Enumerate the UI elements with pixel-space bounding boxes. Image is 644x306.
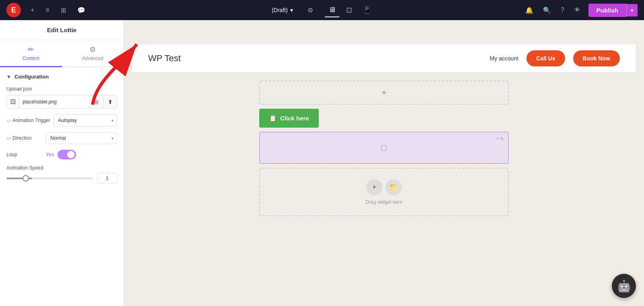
canvas-area: WP Test My account Call Us Book Now + 📋 … (124, 20, 644, 306)
upload-json-label: Upload json (6, 86, 117, 92)
my-account-link[interactable]: My account (489, 55, 518, 62)
page-title: WP Test (148, 53, 181, 64)
upload-filename: placeholder.png (19, 96, 89, 108)
file-type-icon: 🖼 (7, 95, 19, 108)
configuration-title: Configuration (14, 74, 49, 80)
publish-button[interactable]: Publish (588, 4, 626, 17)
top-bar-right: 🔔 🔍 ? 👁 Publish ▾ (524, 4, 638, 17)
configuration-arrow: ▼ (6, 74, 11, 80)
layers-icon[interactable]: ⊞ (59, 5, 68, 16)
book-now-button[interactable]: Book Now (573, 50, 620, 66)
lottie-animation-icon: ·~∿ (494, 136, 505, 141)
click-here-button-label: Click here (280, 115, 309, 122)
call-us-button[interactable]: Call Us (526, 50, 565, 66)
upload-json-field: 🖼 placeholder.png 🗑 ⬆ (6, 95, 117, 109)
animation-trigger-icon: ▭ (6, 118, 11, 123)
page-nav-bar: WP Test My account Call Us Book Now (132, 44, 636, 72)
tab-advanced-icon: ⚙ (89, 45, 96, 54)
help-icon[interactable]: ? (559, 5, 566, 15)
settings-panel-icon[interactable]: ≡ (44, 5, 51, 15)
nav-right: My account Call Us Book Now (489, 50, 620, 66)
click-here-section: 📋 Click here (132, 109, 636, 128)
search-icon[interactable]: 🔍 (541, 5, 553, 16)
bot-icon: 🤖 (617, 279, 631, 293)
direction-select[interactable]: Normal Reverse (46, 132, 108, 144)
draft-button[interactable]: (Draft) ▾ (268, 5, 296, 15)
page-settings-icon[interactable]: ⚙ (306, 5, 315, 16)
tablet-icon[interactable]: ⊡ (342, 3, 356, 17)
comments-icon[interactable]: 💬 (76, 5, 87, 16)
tab-content[interactable]: ✏ Content (0, 40, 62, 67)
top-drop-zone[interactable]: + (259, 81, 509, 105)
direction-select-wrapper: Normal Reverse ▾ (46, 132, 117, 144)
direction-label: ▭ Direction (6, 135, 43, 141)
preview-icon[interactable]: 👁 (572, 5, 582, 15)
tab-content-icon: ✏ (28, 45, 34, 54)
draft-chevron: ▾ (290, 7, 293, 13)
lottie-widget[interactable]: □ ·~∿ (259, 132, 509, 164)
publish-button-group: Publish ▾ (588, 4, 638, 17)
loop-toggle-yes-label: Yes (46, 152, 54, 157)
bot-widget[interactable]: 🤖 (612, 274, 636, 298)
draft-label: (Draft) (272, 7, 288, 13)
animation-speed-slider[interactable] (6, 178, 93, 179)
add-template-icon-button[interactable]: 📁 (386, 179, 402, 195)
panel-content: ▼ Configuration Upload json 🖼 placeholde… (0, 67, 124, 190)
loop-label: Loop (6, 152, 43, 157)
animation-speed-controls (6, 173, 117, 184)
desktop-icon[interactable]: 🖥 (324, 3, 340, 17)
lottie-placeholder-icon: □ (381, 143, 386, 153)
click-here-button-icon: 📋 (269, 114, 277, 122)
sidebar-title: Edit Lottie (0, 20, 124, 40)
loop-row: Loop Yes (6, 150, 117, 159)
top-bar: E + ≡ ⊞ 💬 (Draft) ▾ ⚙ 🖥 ⊡ 📱 🔔 🔍 ? 👁 Publ… (0, 0, 644, 20)
top-drop-zone-plus-icon: + (381, 87, 387, 98)
direction-icon: ▭ (6, 135, 11, 141)
animation-trigger-select-wrapper: Autoplay On Click On Hover On Scroll ▾ (54, 114, 117, 126)
drag-widget-text: Drag widget here (365, 199, 402, 205)
elementor-logo[interactable]: E (6, 3, 21, 17)
upload-actions: 🗑 ⬆ (89, 95, 117, 108)
top-bar-center: (Draft) ▾ ⚙ 🖥 ⊡ 📱 (268, 3, 376, 17)
animation-trigger-row: ▭ Animation Trigger Autoplay On Click On… (6, 114, 117, 126)
direction-row: ▭ Direction Normal Reverse ▾ (6, 132, 117, 144)
main-layout: Edit Lottie ✏ Content ⚙ Advanced ▼ Confi… (0, 20, 644, 306)
animation-speed-label: Animation Speed (6, 165, 117, 171)
animation-speed-input[interactable] (97, 173, 117, 184)
drop-zone-icon-buttons: + 📁 (366, 179, 402, 195)
notification-icon[interactable]: 🔔 (524, 5, 535, 16)
loop-toggle[interactable] (58, 150, 76, 159)
tab-content-label: Content (23, 56, 39, 61)
add-element-icon[interactable]: + (29, 5, 36, 15)
sidebar-tabs: ✏ Content ⚙ Advanced (0, 40, 124, 67)
add-element-icon-button[interactable]: + (366, 179, 382, 195)
mobile-icon[interactable]: 📱 (359, 3, 376, 17)
top-bar-left: E + ≡ ⊞ 💬 (6, 3, 87, 17)
animation-speed-section: Animation Speed (6, 165, 117, 184)
delete-file-button[interactable]: 🗑 (89, 95, 103, 108)
upload-file-button[interactable]: ⬆ (103, 95, 117, 108)
loop-toggle-wrapper: Yes (46, 150, 76, 159)
configuration-section-header[interactable]: ▼ Configuration (6, 74, 117, 80)
direction-select-arrow-icon: ▾ (108, 136, 117, 141)
select-arrow-icon: ▾ (108, 118, 117, 123)
device-switcher: 🖥 ⊡ 📱 (324, 3, 376, 17)
tab-advanced-label: Advanced (82, 56, 103, 61)
sidebar: Edit Lottie ✏ Content ⚙ Advanced ▼ Confi… (0, 20, 124, 306)
click-here-button[interactable]: 📋 Click here (259, 109, 319, 128)
tab-advanced[interactable]: ⚙ Advanced (62, 40, 124, 67)
lottie-toolbar: ·~∿ (494, 136, 505, 141)
animation-trigger-select[interactable]: Autoplay On Click On Hover On Scroll (54, 115, 108, 126)
animation-trigger-label: ▭ Animation Trigger (6, 118, 50, 123)
bottom-drop-zone[interactable]: + 📁 Drag widget here (259, 168, 509, 216)
publish-dropdown-arrow[interactable]: ▾ (626, 4, 638, 17)
